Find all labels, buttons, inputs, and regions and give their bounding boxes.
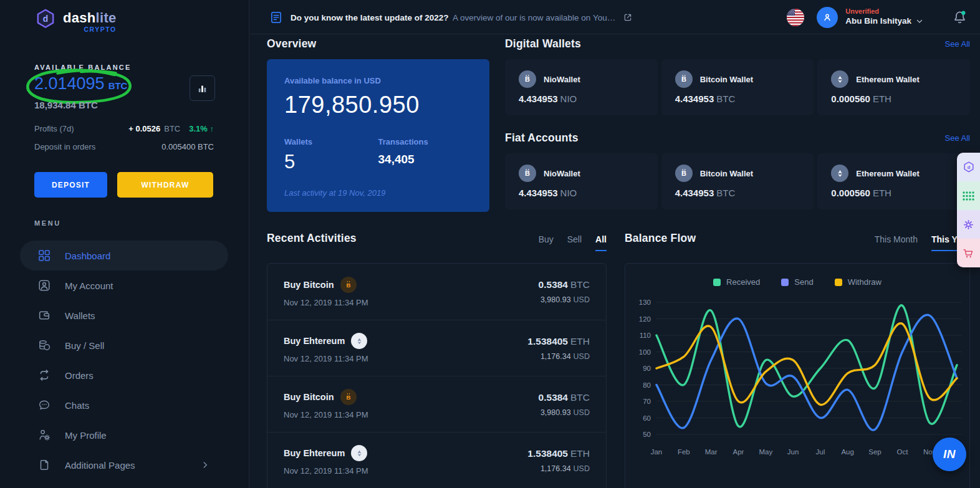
svg-text:Mar: Mar (705, 448, 718, 456)
fiat-accounts-see-all[interactable]: See All (945, 133, 970, 143)
svg-text:70: 70 (643, 398, 651, 405)
withdraw-button[interactable]: WITHDRAW (117, 172, 213, 198)
svg-text:Jul: Jul (816, 448, 825, 456)
external-link-icon[interactable] (623, 12, 633, 22)
menu-label: MENU (34, 219, 61, 227)
tab-buy[interactable]: Buy (539, 234, 554, 251)
balance-flow-tabs: This Month This Year (875, 234, 970, 251)
transactions-label: Transactions (378, 137, 473, 146)
user-menu[interactable]: Unverified Abu Bin Ishityak (817, 7, 923, 28)
quickpanel-apps-button[interactable] (957, 181, 980, 210)
dashlite-hexagon-icon: d (963, 161, 975, 173)
svg-text:B: B (681, 75, 686, 83)
svg-text:B: B (525, 170, 530, 177)
tab-all[interactable]: All (595, 234, 607, 251)
fiat-accounts-title: Fiat Accounts (505, 132, 579, 145)
user-gear-icon (37, 428, 51, 442)
svg-text:90: 90 (643, 365, 651, 372)
profits-label: Profits (7d) (34, 124, 74, 133)
cart-icon (962, 247, 975, 260)
quickpanel-settings-button[interactable] (957, 210, 980, 239)
sidebar-item-buy-sell[interactable]: Buy / Sell (0, 330, 249, 360)
legend-item-send[interactable]: Send (781, 277, 813, 287)
profits-value: + 0.0526 (128, 124, 160, 133)
svg-text:B: B (346, 394, 350, 401)
tab-this-month[interactable]: This Month (875, 234, 918, 251)
recent-activities-panel: Buy Bitcoin B Nov 12, 2019 11:34 PM 0.53… (267, 263, 607, 488)
fiat-card-bitcoin[interactable]: B Bitcoin Wallet 4.434953BTC (661, 153, 814, 209)
sidebar-item-chats[interactable]: Chats (0, 390, 249, 420)
svg-text:60: 60 (643, 414, 651, 422)
digital-wallets-cards: B NioWallet 4.434953NIO B Bitcoin Wallet… (505, 59, 970, 115)
announcement-link[interactable]: Do you know the latest update of 2022? A… (269, 0, 633, 34)
bitcoin-icon: B (340, 389, 357, 405)
dashlite-hexagon-icon: d (34, 7, 57, 30)
svg-text:d: d (967, 165, 970, 170)
deposit-orders-value: 0.005400 BTC (161, 142, 214, 151)
recent-activities-header: Recent Activities Buy Sell All (267, 232, 607, 251)
tab-sell[interactable]: Sell (567, 234, 582, 251)
deposit-button[interactable]: DEPOSIT (34, 172, 107, 198)
activity-row[interactable]: Buy Ehtereum Nov 12, 2019 11:34 PM 1.538… (267, 432, 606, 488)
wallets-count: 5 (284, 151, 378, 173)
wallet-card-niowallet[interactable]: B NioWallet 4.434953NIO (505, 59, 658, 115)
legend-item-received[interactable]: Received (713, 277, 760, 287)
file-text-icon (269, 11, 283, 24)
notification-dot (961, 11, 965, 15)
gear-icon (962, 218, 975, 231)
brand-name: dashlite (63, 10, 117, 26)
chevron-right-icon (201, 461, 209, 469)
available-balance-amount: 2.014095BTC (34, 74, 127, 93)
fiat-card-ethereum[interactable]: Ethereum Wallet 0.000560ETH (817, 153, 970, 209)
activity-row[interactable]: Buy Ehtereum Nov 12, 2019 11:34 PM 1.538… (267, 320, 606, 376)
digital-wallets-see-all[interactable]: See All (945, 39, 970, 49)
fab-logo: IN (943, 447, 956, 461)
brand-logo[interactable]: d dashlite CRYPTO (34, 7, 117, 33)
announcement-text: A overview of our is now available on Yo… (453, 13, 615, 22)
bell-icon (952, 9, 968, 25)
svg-text:80: 80 (643, 381, 651, 389)
sidebar-item-my-profile[interactable]: My Profile (0, 420, 249, 450)
sidebar-item-orders[interactable]: Orders (0, 360, 249, 390)
sidebar-item-additional-pages[interactable]: Additional Pages (0, 450, 249, 480)
svg-text:B: B (681, 170, 686, 177)
repeat-icon (37, 368, 51, 382)
svg-text:50: 50 (643, 431, 651, 438)
wallet-card-bitcoin[interactable]: B Bitcoin Wallet 4.434953BTC (661, 59, 814, 115)
ethereum-icon (831, 70, 848, 88)
fiat-card-niowallet[interactable]: B NioWallet 4.434953NIO (505, 153, 658, 209)
svg-text:Jan: Jan (651, 448, 663, 456)
recent-activities-tabs: Buy Sell All (539, 234, 607, 251)
ethereum-icon (351, 333, 367, 349)
last-activity: Last activity at 19 Nov, 2019 (284, 188, 472, 198)
quickpanel-dashlite-button[interactable]: d (957, 153, 980, 181)
svg-text:Aug: Aug (841, 448, 853, 456)
recent-activities-title: Recent Activities (267, 232, 357, 245)
language-flag-us[interactable] (787, 9, 804, 26)
quickpanel-shop-button[interactable] (957, 239, 980, 267)
activity-row[interactable]: Buy Bitcoin B Nov 12, 2019 11:34 PM 0.53… (267, 376, 606, 432)
sidebar-item-wallets[interactable]: Wallets (0, 300, 249, 330)
balance-stats-button[interactable] (190, 75, 215, 101)
svg-text:Sep: Sep (868, 448, 881, 456)
chat-bubble-icon (37, 398, 51, 412)
usd-balance-value: 179,850.950 (284, 92, 472, 118)
legend-item-withdraw[interactable]: Withdraw (835, 277, 882, 287)
ethereum-icon (351, 445, 367, 461)
deposit-orders-label: Deposit in orders (34, 142, 95, 151)
user-name: Abu Bin Ishityak (845, 16, 911, 27)
chat-fab-button[interactable]: IN (933, 438, 966, 471)
svg-text:B: B (525, 75, 530, 83)
wallet-card-ethereum[interactable]: Ethereum Wallet 0.000560ETH (817, 59, 970, 115)
profits-row: Profits (7d) + 0.0526 BTC 3.1% ↑ (34, 124, 214, 133)
sidebar-item-my-account[interactable]: My Account (0, 270, 249, 300)
notifications-bell[interactable] (952, 9, 968, 25)
svg-text:120: 120 (639, 315, 651, 323)
avatar (817, 7, 838, 28)
digital-wallets-header: Digital Wallets See All (505, 37, 970, 50)
digital-wallets-title: Digital Wallets (505, 37, 581, 50)
activity-row[interactable]: Buy Bitcoin B Nov 12, 2019 11:34 PM 0.53… (267, 264, 606, 320)
grid-dots-icon (962, 191, 975, 201)
balance-flow-title: Balance Flow (625, 232, 696, 245)
sidebar-item-dashboard[interactable]: Dashboard (20, 241, 228, 270)
